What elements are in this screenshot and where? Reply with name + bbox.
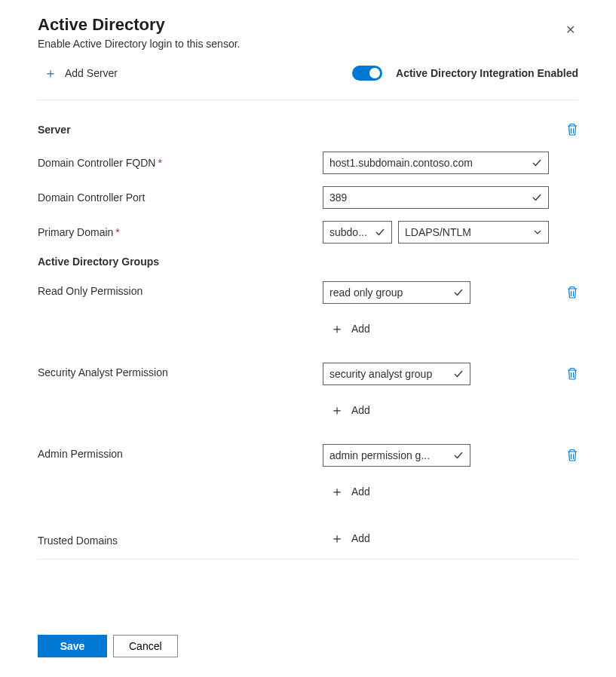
integration-toggle[interactable] bbox=[352, 66, 382, 81]
check-icon bbox=[453, 450, 464, 461]
plus-icon: ＋ bbox=[330, 403, 344, 417]
trash-icon[interactable] bbox=[566, 123, 578, 136]
check-icon bbox=[453, 369, 464, 379]
divider bbox=[38, 100, 578, 100]
fqdn-input[interactable]: host1.subdomain.contoso.com bbox=[323, 152, 549, 174]
admin-label: Admin Permission bbox=[38, 444, 323, 460]
plus-icon: ＋ bbox=[330, 322, 344, 335]
add-analyst-button[interactable]: ＋ Add bbox=[323, 397, 578, 423]
add-admin-button[interactable]: ＋ Add bbox=[323, 479, 578, 504]
admin-group-select[interactable]: admin permission g... bbox=[323, 444, 470, 467]
add-server-button[interactable]: ＋ Add Server bbox=[38, 63, 124, 83]
plus-icon: ＋ bbox=[330, 531, 344, 545]
primary-domain-label: Primary Domain* bbox=[38, 226, 323, 238]
chevron-down-icon bbox=[533, 228, 542, 237]
plus-icon: ＋ bbox=[330, 485, 344, 498]
add-server-label: Add Server bbox=[65, 67, 118, 79]
cancel-button[interactable]: Cancel bbox=[113, 635, 178, 657]
trusted-domains-label: Trusted Domains bbox=[38, 531, 323, 547]
read-only-label: Read Only Permission bbox=[38, 281, 323, 297]
trash-icon[interactable] bbox=[566, 449, 578, 462]
primary-domain-select[interactable]: subdo... bbox=[323, 221, 392, 244]
server-heading: Server bbox=[38, 124, 71, 136]
fqdn-label: Domain Controller FQDN* bbox=[38, 157, 323, 169]
groups-heading: Active Directory Groups bbox=[38, 256, 578, 268]
check-icon bbox=[453, 287, 464, 298]
port-label: Domain Controller Port bbox=[38, 191, 323, 204]
port-input[interactable]: 389 bbox=[323, 186, 549, 209]
check-icon bbox=[532, 158, 542, 168]
page-subtitle: Enable Active Directory login to this se… bbox=[38, 38, 240, 50]
integration-toggle-label: Active Directory Integration Enabled bbox=[396, 67, 578, 79]
read-only-group-select[interactable]: read only group bbox=[323, 281, 470, 304]
page-title: Active Directory bbox=[38, 15, 240, 35]
check-icon bbox=[375, 227, 385, 237]
add-read-only-button[interactable]: ＋ Add bbox=[323, 316, 578, 342]
divider bbox=[38, 559, 578, 559]
close-icon[interactable]: ✕ bbox=[562, 21, 578, 39]
save-button[interactable]: Save bbox=[38, 635, 107, 657]
analyst-group-select[interactable]: security analyst group bbox=[323, 363, 470, 385]
plus-icon: ＋ bbox=[44, 66, 57, 80]
trash-icon[interactable] bbox=[566, 286, 578, 299]
add-trusted-domain-button[interactable]: ＋ Add bbox=[323, 525, 578, 551]
check-icon bbox=[532, 192, 542, 203]
auth-protocol-select[interactable]: LDAPS/NTLM bbox=[398, 221, 549, 244]
analyst-label: Security Analyst Permission bbox=[38, 363, 323, 378]
trash-icon[interactable] bbox=[566, 367, 578, 381]
